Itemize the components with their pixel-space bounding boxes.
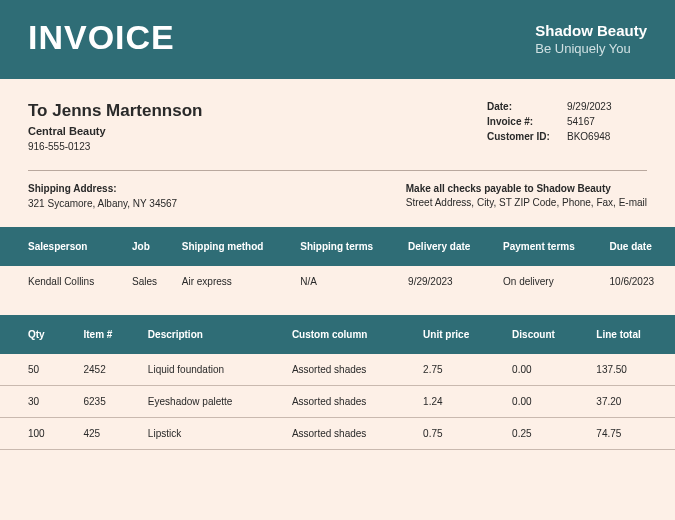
company-name: Shadow Beauty — [535, 22, 647, 39]
cell: Assorted shades — [284, 418, 415, 450]
table-row: 50 2452 Liquid foundation Assorted shade… — [0, 354, 675, 386]
cell: 30 — [0, 386, 76, 418]
col-salesperson: Salesperson — [0, 227, 124, 266]
invoice-meta: Date: 9/29/2023 Invoice #: 54167 Custome… — [487, 101, 647, 152]
meta-invoice-label: Invoice #: — [487, 116, 567, 127]
cell: 50 — [0, 354, 76, 386]
meta-customer-value: BKO6948 — [567, 131, 647, 142]
header: INVOICE Shadow Beauty Be Uniquely You — [0, 0, 675, 79]
cell: 9/29/2023 — [400, 266, 495, 297]
cell: Air express — [174, 266, 293, 297]
table-row: 30 6235 Eyeshadow palette Assorted shade… — [0, 386, 675, 418]
cell: On delivery — [495, 266, 601, 297]
meta-date-value: 9/29/2023 — [567, 101, 647, 112]
order-info-table: Salesperson Job Shipping method Shipping… — [0, 227, 675, 297]
cell: Assorted shades — [284, 354, 415, 386]
col-unit-price: Unit price — [415, 315, 504, 354]
bill-to: To Jenns Martennson Central Beauty 916-5… — [28, 101, 202, 152]
col-shipping-method: Shipping method — [174, 227, 293, 266]
cell: 0.25 — [504, 418, 588, 450]
company-block: Shadow Beauty Be Uniquely You — [535, 18, 647, 56]
payable-block: Make all checks payable to Shadow Beauty… — [406, 183, 647, 209]
cell: 2452 — [76, 354, 140, 386]
cell: 74.75 — [588, 418, 675, 450]
cell: 10/6/2023 — [602, 266, 675, 297]
cell: 0.00 — [504, 354, 588, 386]
shipping-label: Shipping Address: — [28, 183, 177, 194]
cell: N/A — [292, 266, 400, 297]
cell: Eyeshadow palette — [140, 386, 284, 418]
cell: 137.50 — [588, 354, 675, 386]
col-due-date: Due date — [602, 227, 675, 266]
cell: Kendall Collins — [0, 266, 124, 297]
billing-section: To Jenns Martennson Central Beauty 916-5… — [0, 79, 675, 164]
divider — [28, 170, 647, 171]
shipping-address-line: 321 Sycamore, Albany, NY 34567 — [28, 198, 177, 209]
line-items-table: Qty Item # Description Custom column Uni… — [0, 315, 675, 450]
cell: 37.20 — [588, 386, 675, 418]
bill-to-company: Central Beauty — [28, 125, 202, 137]
cell: Assorted shades — [284, 386, 415, 418]
col-qty: Qty — [0, 315, 76, 354]
col-shipping-terms: Shipping terms — [292, 227, 400, 266]
cell: 100 — [0, 418, 76, 450]
table-header-row: Salesperson Job Shipping method Shipping… — [0, 227, 675, 266]
shipping-address: Shipping Address: 321 Sycamore, Albany, … — [28, 183, 177, 209]
cell: 0.00 — [504, 386, 588, 418]
col-job: Job — [124, 227, 174, 266]
col-payment-terms: Payment terms — [495, 227, 601, 266]
table-row: 100 425 Lipstick Assorted shades 0.75 0.… — [0, 418, 675, 450]
table-row: Kendall Collins Sales Air express N/A 9/… — [0, 266, 675, 297]
cell: 425 — [76, 418, 140, 450]
col-delivery-date: Delivery date — [400, 227, 495, 266]
cell: 2.75 — [415, 354, 504, 386]
cell: Liquid foundation — [140, 354, 284, 386]
payable-sub: Street Address, City, ST ZIP Code, Phone… — [406, 197, 647, 208]
cell: 6235 — [76, 386, 140, 418]
company-tagline: Be Uniquely You — [535, 41, 647, 56]
cell: 0.75 — [415, 418, 504, 450]
meta-customer-label: Customer ID: — [487, 131, 567, 142]
meta-invoice-value: 54167 — [567, 116, 647, 127]
meta-date-label: Date: — [487, 101, 567, 112]
shipping-section: Shipping Address: 321 Sycamore, Albany, … — [0, 183, 675, 227]
cell: Lipstick — [140, 418, 284, 450]
invoice-title: INVOICE — [28, 18, 175, 57]
col-line-total: Line total — [588, 315, 675, 354]
payable-text: Make all checks payable to Shadow Beauty — [406, 183, 647, 194]
cell: 1.24 — [415, 386, 504, 418]
bill-to-name: To Jenns Martennson — [28, 101, 202, 121]
col-item: Item # — [76, 315, 140, 354]
cell: Sales — [124, 266, 174, 297]
table-header-row: Qty Item # Description Custom column Uni… — [0, 315, 675, 354]
col-description: Description — [140, 315, 284, 354]
col-custom: Custom column — [284, 315, 415, 354]
col-discount: Discount — [504, 315, 588, 354]
bill-to-phone: 916-555-0123 — [28, 141, 202, 152]
